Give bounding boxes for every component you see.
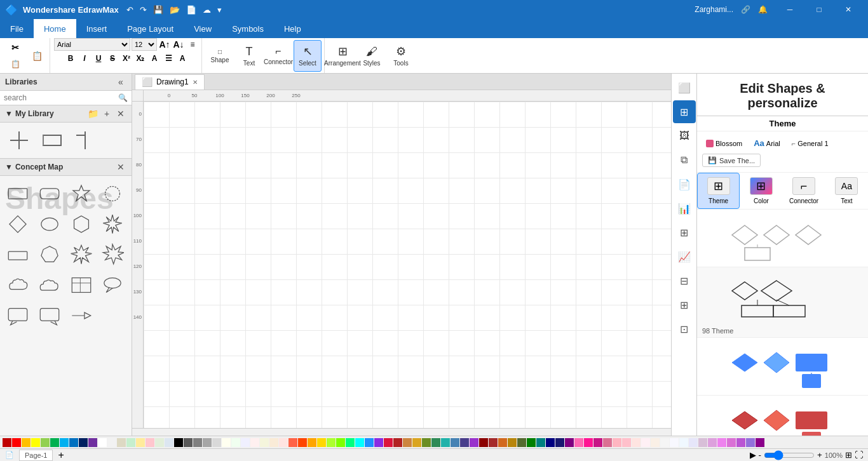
copy-button[interactable]: 📋: [5, 57, 25, 72]
menu-symbols[interactable]: Symbols: [222, 19, 274, 38]
color-swatch[interactable]: [593, 438, 602, 447]
color-swatch[interactable]: [670, 438, 679, 447]
color-swatch[interactable]: [355, 438, 364, 447]
color-swatch[interactable]: [651, 438, 660, 447]
color-swatch[interactable]: [431, 438, 440, 447]
shape-arrow-right[interactable]: [71, 126, 99, 154]
color-swatch[interactable]: [603, 438, 612, 447]
superscript-btn[interactable]: X²: [120, 52, 133, 65]
color-swatch[interactable]: [336, 438, 345, 447]
color-swatch[interactable]: [308, 438, 316, 447]
color-swatch[interactable]: [470, 438, 478, 447]
shape-cross[interactable]: [5, 126, 33, 154]
rt-image-btn[interactable]: 🖼: [673, 124, 696, 147]
zoom-out-btn[interactable]: -: [759, 450, 761, 460]
new-icon-btn[interactable]: 📄: [184, 4, 199, 16]
horizontal-scrollbar[interactable]: [132, 428, 671, 436]
play-btn[interactable]: ▶: [750, 450, 756, 460]
notif-icon[interactable]: 🔔: [758, 5, 768, 14]
new-library-btn[interactable]: +: [101, 108, 112, 119]
cut-button[interactable]: ✂: [5, 40, 25, 55]
color-swatch[interactable]: [613, 438, 621, 447]
shape-arrow[interactable]: [67, 302, 95, 330]
color-swatch[interactable]: [756, 438, 764, 447]
color-swatch[interactable]: [279, 438, 288, 447]
win-close[interactable]: ✕: [834, 0, 863, 19]
list-btn[interactable]: ☰: [162, 52, 175, 65]
color-swatch[interactable]: [451, 438, 459, 447]
color-swatch[interactable]: [346, 438, 355, 447]
color-swatch[interactable]: [479, 438, 488, 447]
color-swatch[interactable]: [231, 438, 240, 447]
color-swatch[interactable]: [460, 438, 469, 447]
font-color-bg[interactable]: A: [176, 52, 189, 65]
color-swatch[interactable]: [327, 438, 336, 447]
shape-cloud[interactable]: [4, 271, 32, 299]
shape-burst[interactable]: [98, 180, 126, 208]
select-tool-btn[interactable]: ↖ Select: [294, 40, 322, 72]
tools-btn[interactable]: ⚙ Tools: [387, 40, 415, 72]
color-swatch[interactable]: [727, 438, 736, 447]
arrangement-btn[interactable]: ⊞ Arrangement: [329, 40, 356, 72]
color-swatch[interactable]: [3, 438, 11, 447]
add-page-btn[interactable]: +: [58, 450, 64, 461]
tab-text[interactable]: Aa Text: [825, 173, 868, 209]
color-swatch[interactable]: [317, 438, 326, 447]
color-swatch[interactable]: [117, 438, 126, 447]
menu-view[interactable]: View: [184, 19, 222, 38]
share-icon[interactable]: 🔗: [741, 5, 750, 14]
rt-collapse-btn[interactable]: ⊡: [673, 317, 696, 340]
color-swatch[interactable]: [250, 438, 259, 447]
color-swatch[interactable]: [632, 438, 641, 447]
theme-general1[interactable]: ⌐ General 1: [788, 138, 832, 149]
cloud-icon-btn[interactable]: ☁: [200, 4, 214, 16]
shape-table[interactable]: [67, 271, 95, 299]
paste-button[interactable]: 📋: [27, 48, 47, 63]
color-swatch[interactable]: [184, 438, 193, 447]
color-swatch[interactable]: [212, 438, 221, 447]
color-swatch[interactable]: [536, 438, 545, 447]
tab-color[interactable]: ⊞ Color: [740, 173, 782, 209]
theme-card-4[interactable]: [697, 396, 868, 436]
rt-layers-btn[interactable]: ⧉: [673, 149, 696, 171]
save-icon-btn[interactable]: 💾: [151, 4, 166, 16]
shape-ellipse[interactable]: [36, 210, 64, 238]
shape-diamond[interactable]: [4, 210, 32, 238]
rt-something-btn[interactable]: ⊟: [673, 269, 696, 292]
color-swatch[interactable]: [107, 438, 116, 447]
theme-arial[interactable]: Aa Arial: [750, 137, 784, 150]
menu-page-layout[interactable]: Page Layout: [117, 19, 184, 38]
color-swatch[interactable]: [241, 438, 250, 447]
shape-hexagon[interactable]: [67, 210, 95, 238]
win-minimize[interactable]: ─: [775, 0, 804, 19]
color-swatch[interactable]: [527, 438, 536, 447]
shape-tool-btn[interactable]: □ Shape: [206, 40, 234, 72]
color-swatch[interactable]: [298, 438, 307, 447]
color-swatch[interactable]: [136, 438, 145, 447]
color-swatch[interactable]: [203, 438, 212, 447]
color-swatch[interactable]: [689, 438, 698, 447]
zoom-slider[interactable]: [764, 450, 815, 460]
color-swatch[interactable]: [717, 438, 726, 447]
color-swatch[interactable]: [60, 438, 69, 447]
shape-star[interactable]: [67, 180, 95, 208]
color-swatch[interactable]: [736, 438, 745, 447]
zoom-in-btn[interactable]: +: [817, 450, 822, 460]
collapse-panel-btn[interactable]: «: [115, 76, 126, 88]
color-swatch[interactable]: [222, 438, 231, 447]
color-swatch[interactable]: [193, 438, 202, 447]
font-size-select[interactable]: 12: [132, 38, 157, 51]
shape-starburst2[interactable]: [98, 210, 126, 238]
user-menu[interactable]: Zarghami...: [695, 5, 733, 14]
subscript-btn[interactable]: X₂: [134, 52, 147, 65]
shape-explosion2[interactable]: [98, 241, 126, 269]
color-swatch[interactable]: [374, 438, 383, 447]
shape-rect-process[interactable]: [38, 126, 66, 154]
color-swatch[interactable]: [69, 438, 78, 447]
rt-expand-btn[interactable]: ⊞: [673, 293, 696, 316]
color-swatch[interactable]: [498, 438, 507, 447]
color-swatch[interactable]: [22, 438, 31, 447]
color-swatch[interactable]: [517, 438, 526, 447]
text-color-btn[interactable]: A: [148, 52, 161, 65]
color-swatch[interactable]: [88, 438, 97, 447]
